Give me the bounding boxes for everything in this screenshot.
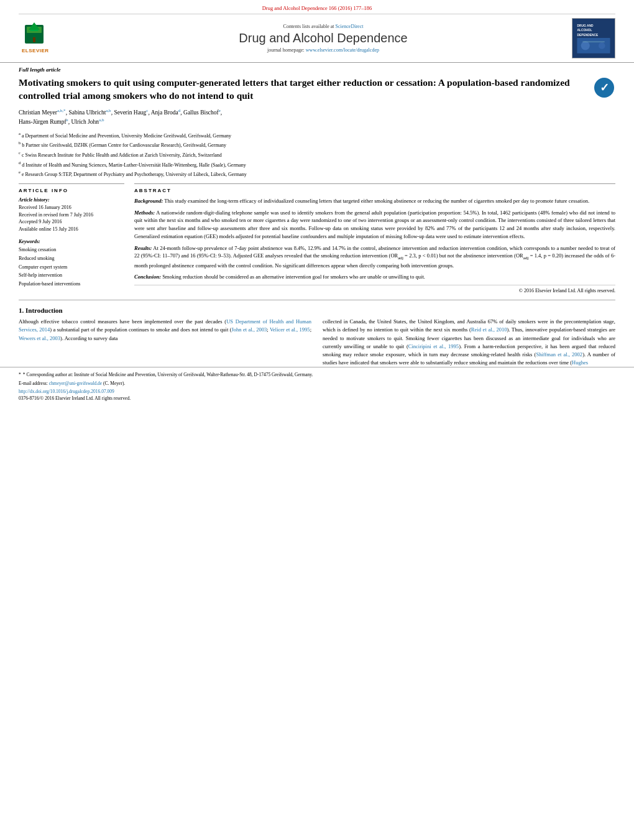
article-body: Full length article Motivating smokers t… bbox=[0, 67, 634, 367]
results-label: Results: bbox=[134, 245, 152, 251]
copyright-line: © 2016 Elsevier Ireland Ltd. All rights … bbox=[134, 285, 615, 293]
abstract-conclusion: Conclusion: Smoking reduction should be … bbox=[134, 273, 615, 281]
authors: Christian Meyera,b,*, Sabina Ulbrichta,b… bbox=[19, 108, 615, 127]
article-title: Motivating smokers to quit using compute… bbox=[19, 76, 593, 103]
homepage-link[interactable]: www.elsevier.com/locate/drugalcdep bbox=[306, 47, 379, 53]
journal-homepage: journal homepage: www.elsevier.com/locat… bbox=[81, 47, 566, 53]
email-link[interactable]: chmeyer@uni-greifswald.de bbox=[49, 381, 102, 386]
keyword-4: Self-help intervention bbox=[19, 271, 124, 280]
abstract-methods: Methods: A nationwide random-digit-diali… bbox=[134, 209, 615, 241]
svg-text:✓: ✓ bbox=[600, 81, 609, 94]
svg-text:DEPENDENCE: DEPENDENCE bbox=[577, 34, 599, 37]
svg-text:ELSEVIER: ELSEVIER bbox=[22, 48, 49, 53]
ref-hughes[interactable]: Hughes bbox=[572, 359, 588, 366]
ref-velicer[interactable]: Velicer et al., 1995 bbox=[270, 326, 310, 333]
methods-text: A nationwide random-digit-dialing teleph… bbox=[134, 210, 615, 239]
conclusion-text: Smoking reduction should be considered a… bbox=[162, 274, 425, 280]
affil-c: c c Swiss Research Institute for Public … bbox=[19, 150, 615, 159]
keyword-1: Smoking cessation bbox=[19, 246, 124, 254]
doi-line: http://dx.doi.org/10.1016/j.drugalcdep.2… bbox=[19, 388, 615, 395]
ref-shiffman[interactable]: Shiffman et al., 2002 bbox=[536, 351, 582, 358]
intro-text-left: Although effective tobacco control measu… bbox=[19, 318, 311, 343]
journal-name: Drug and Alcohol Dependence bbox=[81, 31, 566, 45]
intro-col-left: Although effective tobacco control measu… bbox=[19, 318, 311, 367]
journal-top-row: ELSEVIER Contents lists available at Sci… bbox=[19, 18, 615, 58]
methods-label: Methods: bbox=[134, 210, 155, 216]
background-label: Background: bbox=[134, 198, 163, 204]
svg-text:ALCOHOL: ALCOHOL bbox=[577, 29, 592, 32]
article-info-col: ARTICLE INFO Article history: Received 1… bbox=[19, 183, 124, 293]
header-divider bbox=[0, 62, 634, 63]
ref-cinciripini[interactable]: Cinciripini et al., 1995 bbox=[408, 343, 459, 349]
results-text: At 24-month follow-up prevalence of 7-da… bbox=[134, 245, 615, 269]
svg-rect-13 bbox=[582, 41, 604, 42]
elsevier-logo: ELSEVIER bbox=[19, 20, 75, 57]
doi-link[interactable]: http://dx.doi.org/10.1016/j.drugalcdep.2… bbox=[19, 389, 114, 394]
affiliations: a a Department of Social Medicine and Pr… bbox=[19, 131, 615, 178]
accepted-date: Accepted 9 July 2016 bbox=[19, 218, 124, 226]
affil-d: d d Institute of Health and Nursing Scie… bbox=[19, 160, 615, 169]
keyword-2: Reduced smoking bbox=[19, 254, 124, 263]
email-line: E-mail address: chmeyer@uni-greifswald.d… bbox=[19, 380, 615, 387]
article-info-abstract: ARTICLE INFO Article history: Received 1… bbox=[19, 183, 615, 293]
affil-b: b b Partner site Greifswald, DZHK (Germa… bbox=[19, 140, 615, 149]
abstract-background: Background: This study examined the long… bbox=[134, 197, 615, 205]
email-name: (C. Meyer). bbox=[103, 381, 125, 386]
keyword-5: Population-based interventions bbox=[19, 280, 124, 288]
footnote-text: * Corresponding author at: Institute of … bbox=[23, 371, 313, 378]
svg-rect-4 bbox=[33, 37, 35, 42]
background-text: This study examined the long-term effica… bbox=[164, 198, 589, 204]
contents-line: Contents lists available at ScienceDirec… bbox=[81, 24, 566, 29]
svg-text:DRUG AND: DRUG AND bbox=[577, 24, 593, 27]
crossmark: ✓ bbox=[593, 76, 615, 99]
intro-two-col: Although effective tobacco control measu… bbox=[19, 318, 615, 367]
journal-title-block: Contents lists available at ScienceDirec… bbox=[75, 24, 572, 53]
page: Drug and Alcohol Dependence 166 (2016) 1… bbox=[0, 0, 634, 840]
abstract-heading: ABSTRACT bbox=[134, 188, 615, 193]
journal-ref: Drug and Alcohol Dependence 166 (2016) 1… bbox=[262, 5, 372, 11]
intro-col-right: collected in Canada, the United States, … bbox=[323, 318, 615, 367]
sciencedirect-link[interactable]: ScienceDirect bbox=[336, 24, 364, 29]
conclusion-label: Conclusion: bbox=[134, 274, 161, 280]
journal-ref-bar: Drug and Alcohol Dependence 166 (2016) 1… bbox=[19, 5, 615, 14]
intro-text-right: collected in Canada, the United States, … bbox=[323, 318, 615, 367]
keyword-3: Computer expert system bbox=[19, 263, 124, 272]
keywords-list: Smoking cessation Reduced smoking Comput… bbox=[19, 246, 124, 288]
abstract-results: Results: At 24-month follow-up prevalenc… bbox=[134, 244, 615, 270]
footnote-star: * * Corresponding author at: Institute o… bbox=[19, 371, 615, 378]
intro-divider bbox=[19, 300, 615, 300]
ref-us-dept[interactable]: US Department of Health and Human Servic… bbox=[19, 318, 311, 333]
svg-point-12 bbox=[599, 42, 605, 49]
journal-cover-image: DRUG AND ALCOHOL DEPENDENCE bbox=[572, 18, 615, 58]
article-title-row: Motivating smokers to quit using compute… bbox=[19, 76, 615, 103]
affil-a: a a Department of Social Medicine and Pr… bbox=[19, 131, 615, 140]
abstract-col: ABSTRACT Background: This study examined… bbox=[134, 183, 615, 293]
crossmark-icon: ✓ bbox=[594, 78, 614, 98]
issn-line: 0376-8716/© 2016 Elsevier Ireland Ltd. A… bbox=[19, 395, 615, 402]
keywords-label: Keywords: bbox=[19, 239, 124, 244]
ref-wewers[interactable]: Wewers et al., 2003 bbox=[19, 335, 60, 341]
article-info-heading: ARTICLE INFO bbox=[19, 188, 124, 193]
available-date: Available online 15 July 2016 bbox=[19, 226, 124, 233]
intro-heading: 1. Introduction bbox=[19, 307, 615, 314]
ref-john[interactable]: John et al., 2003 bbox=[232, 326, 267, 333]
svg-point-11 bbox=[581, 41, 590, 50]
revised-date: Received in revised form 7 July 2016 bbox=[19, 211, 124, 219]
article-type: Full length article bbox=[19, 67, 615, 73]
journal-header: Drug and Alcohol Dependence 166 (2016) 1… bbox=[0, 0, 634, 58]
received-date: Received 16 January 2016 bbox=[19, 204, 124, 211]
history-label: Article history: bbox=[19, 197, 124, 203]
ref-reid[interactable]: Reid et al., 2010 bbox=[471, 326, 507, 333]
footnote-section: * * Corresponding author at: Institute o… bbox=[0, 367, 634, 404]
affil-e: e e Research Group S:TEP, Department of … bbox=[19, 169, 615, 178]
